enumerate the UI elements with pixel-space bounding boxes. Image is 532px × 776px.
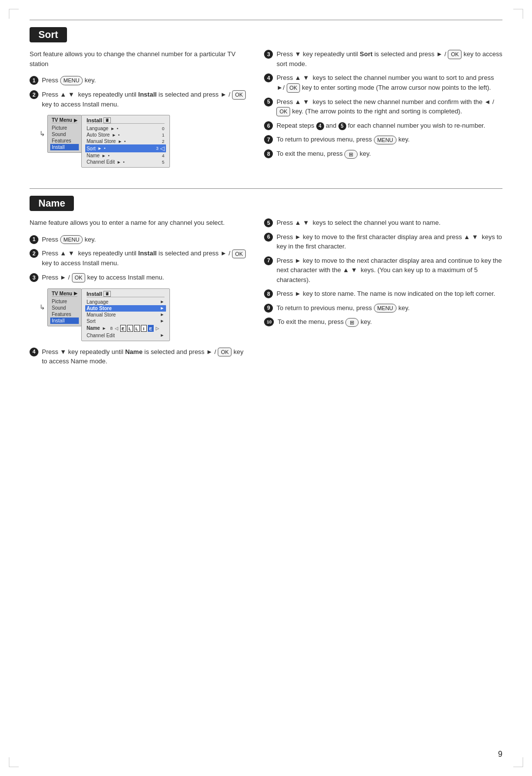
name-left-col: Name feature allows you to enter a name … [30,218,249,371]
ok-key-s5: OK [276,107,290,116]
name-menu-row-name: Name ► 8 ◁ E L L I E [87,324,165,332]
sort-right-col: 3 Press ▼ key repeatedly until Sort is s… [264,49,502,174]
name-step-3-text: Press ► / OK key to access Install menu. [42,273,164,282]
sort-tv-menu-left: TV Menu ▶ Picture Sound Features Install [47,115,82,153]
menu-key-1: MENU [60,76,83,85]
name-section: Name Name feature allows you to enter a … [30,188,502,371]
sort-step-2-text: Press ▲ ▼ keys repeatedly until Install … [42,90,249,109]
sort-step-6-num: 6 [264,121,273,130]
name-step-9-num: 9 [264,304,273,313]
name-step-6: 6 Press ► key to move to the first chara… [264,232,502,251]
name-step-7: 7 Press ► key to move to the next charac… [264,256,502,285]
name-tv-item-features: Features [52,311,77,317]
corner-tr [513,9,523,19]
ellie-display: E L L I E [120,325,154,332]
sort-content: Sort feature allows you to change the ch… [30,49,502,174]
name-menu-screenshot: ↳ TV Menu ▶ Picture Sound Features Insta… [39,288,197,341]
sort-section: Sort Sort feature allows you to change t… [30,20,502,174]
ok-key-s4: OK [287,83,300,93]
name-right-col: 5 Press ▲ ▼ keys to select the channel y… [264,218,502,371]
name-intro: Name feature allows you to enter a name … [30,218,249,228]
name-step-4-num: 4 [30,348,38,356]
name-menu-row-channeledit: Channel Edit► [87,332,165,339]
name-step-8: 8 Press ► key to store name. The name is… [264,289,502,299]
sort-step-8-text: To exit the menu, press ⊞ key. [276,149,371,159]
sort-step-8: 8 To exit the menu, press ⊞ key. [264,149,502,159]
corner-tl [9,9,19,19]
name-step-5-text: Press ▲ ▼ keys to select the channel you… [276,218,440,228]
name-step-9-text: To return to previous menu, press MENU k… [276,303,409,313]
name-step-1: 1 Press MENU key. [30,235,249,245]
page: Sort Sort feature allows you to change t… [0,0,532,776]
name-step-8-text: Press ► key to store name. The name is n… [276,289,495,299]
sort-step-5-text: Press ▲ ▼ keys to select the new channel… [276,97,502,116]
name-menu-row-autostore: Auto Store► [85,305,166,312]
ok-key-s3: OK [448,50,462,59]
name-menu-row-language: Language► [87,299,165,305]
sort-step-8-num: 8 [264,149,273,158]
name-tv-item-sound: Sound [52,305,77,311]
sort-step-6-text: Repeat steps 4 and 5 for each channel nu… [276,121,485,131]
name-step-2-num: 2 [30,249,38,258]
name-step-7-num: 7 [264,256,273,265]
name-step-10-num: 10 [264,317,274,326]
sort-step-2-num: 2 [30,90,38,99]
page-number: 9 [498,750,502,759]
sort-step-5: 5 Press ▲ ▼ keys to select the new chann… [264,97,502,116]
sort-menu-row-name: Name►• 4 [87,152,165,159]
sort-menu-row-autostore: Auto Store►• 1 [87,132,165,138]
sort-menu-row-manualstore: Manual Store►• 2 [87,138,165,144]
name-step-1-num: 1 [30,235,38,244]
sort-left-col: Sort feature allows you to change the ch… [30,49,249,174]
name-step-2-text: Press ▲ ▼ keys repeatedly until Install … [42,248,249,268]
sort-tv-item-picture: Picture [52,125,77,131]
sort-title: Sort [30,27,67,42]
sort-top-rule [30,20,502,20]
sort-menu-arrow: ↳ [39,130,45,138]
sort-menu-row-sort: Sort►• 3 ◁ [85,144,166,152]
ok-key-n3: OK [72,273,86,282]
name-tv-title: TV Menu ▶ [52,291,77,297]
sort-step-1-text: Press MENU key. [42,75,96,85]
name-step-5-num: 5 [264,218,273,227]
sort-step-6: 6 Repeat steps 4 and 5 for each channel … [264,121,502,131]
ok-key-n4: OK [218,348,232,357]
name-step-6-text: Press ► key to move to the first charact… [276,232,502,251]
corner-br [513,757,523,767]
name-install-title: Install 🖥 [87,291,165,297]
sort-install-title: Install 🖥 [87,117,165,124]
sort-step-7: 7 To return to previous menu, press MENU… [264,135,502,144]
sort-menu-row-language: Language►• 0 [87,125,165,132]
name-top-rule [30,188,502,189]
name-step-2: 2 Press ▲ ▼ keys repeatedly until Instal… [30,248,249,268]
name-step-1-text: Press MENU key. [42,235,96,245]
sort-tv-title: TV Menu ▶ [52,117,77,123]
ok-key-n2: OK [232,249,246,259]
name-step-4-text: Press ▼ key repeatedly until Name is sel… [42,347,249,366]
name-tv-item-install: Install [50,317,79,324]
sort-tv-item-features: Features [52,138,77,144]
name-step-6-num: 6 [264,233,273,242]
name-step-9: 9 To return to previous menu, press MENU… [264,303,502,313]
name-content: Name feature allows you to enter a name … [30,218,502,371]
name-step-5: 5 Press ▲ ▼ keys to select the channel y… [264,218,502,228]
sort-step-3-num: 3 [264,50,273,59]
name-title: Name [30,196,74,211]
name-step-3: 3 Press ► / OK key to access Install men… [30,273,249,282]
name-step-4: 4 Press ▼ key repeatedly until Name is s… [30,347,249,366]
sort-menu-row-channeledit: Channel Edit►• 5 [87,159,165,165]
ok-key-s2: OK [232,90,246,100]
name-tv-item-picture: Picture [52,298,77,305]
name-step-3-num: 3 [30,273,38,282]
sort-step-4: 4 Press ▲ ▼ keys to select the channel n… [264,73,502,92]
sort-step-4-text: Press ▲ ▼ keys to select the channel num… [276,73,502,92]
name-menu-arrow: ↳ [39,303,45,311]
sort-step-3-text: Press ▼ key repeatedly until Sort is sel… [276,49,502,69]
sort-step-3: 3 Press ▼ key repeatedly until Sort is s… [264,49,502,69]
name-install-menu: Install 🖥 Language► Auto Store► Manual S… [81,288,170,341]
sort-step-7-text: To return to previous menu, press MENU k… [276,135,409,144]
sort-install-menu: Install 🖥 Language►• 0 Auto Store►• 1 [81,115,170,168]
name-step-10: 10 To exit the menu, press ⊞ key. [264,317,502,327]
sort-intro: Sort feature allows you to change the ch… [30,49,249,69]
name-menu-row-manualstore: Manual Store► [87,312,165,318]
